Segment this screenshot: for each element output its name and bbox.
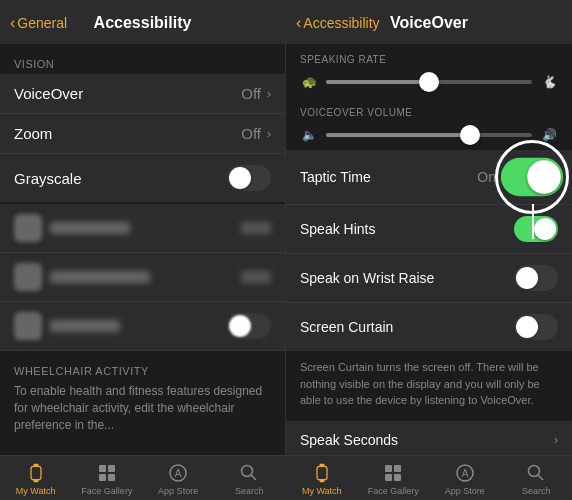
voiceover-right: Off ›	[241, 85, 271, 102]
svg-rect-12	[319, 464, 324, 467]
svg-rect-16	[385, 474, 392, 481]
speak-hints-toggle[interactable]	[514, 216, 558, 242]
left-tab-appstore[interactable]: A App Store	[143, 462, 214, 496]
screen-curtain-desc: Screen Curtain turns the screen off. The…	[286, 351, 572, 417]
svg-line-10	[251, 475, 256, 480]
speak-wrist-toggle[interactable]	[514, 265, 558, 291]
blur-toggle-thumb-1	[229, 315, 251, 337]
blur-toggle-1	[227, 313, 271, 339]
right-nav-bar: ‹ Accessibility VoiceOver	[286, 0, 572, 44]
blur-icon-1	[14, 214, 42, 242]
grayscale-toggle[interactable]	[227, 165, 271, 191]
speak-seconds-group: Speak Seconds ›	[286, 421, 572, 456]
blurred-row-2	[0, 253, 285, 302]
svg-rect-5	[99, 474, 106, 481]
right-tab-facegallery[interactable]: Face Gallery	[358, 462, 430, 496]
voiceover-volume-thumb[interactable]	[460, 125, 480, 145]
vol-high-icon	[540, 127, 558, 142]
vol-low-icon	[300, 127, 318, 142]
blur-icon-3	[14, 312, 42, 340]
right-nav-title: VoiceOver	[390, 14, 468, 32]
screen-curtain-label: Screen Curtain	[300, 319, 393, 335]
blur-text-1	[50, 222, 130, 234]
speak-wrist-label: Speak on Wrist Raise	[300, 270, 434, 286]
svg-rect-4	[108, 465, 115, 472]
zoom-chevron: ›	[267, 127, 271, 141]
svg-rect-1	[33, 464, 38, 467]
speaking-rate-slider-row	[286, 68, 572, 97]
wheelchair-header: WHEELCHAIR ACTIVITY	[14, 365, 271, 377]
right-list-group: Taptic Time On Speak Hints	[286, 150, 572, 351]
taptic-time-toggle-thumb	[527, 160, 561, 194]
right-tab-search[interactable]: Search	[501, 462, 573, 496]
svg-line-21	[538, 475, 543, 480]
right-tab-mywatch[interactable]: My Watch	[286, 462, 358, 496]
wheelchair-desc: To enable health and fitness features de…	[14, 383, 271, 433]
speaking-rate-header: SPEAKING RATE	[286, 44, 572, 68]
blur-value-1	[241, 222, 271, 234]
left-tab-search-label: Search	[235, 486, 264, 496]
screen-curtain-toggle[interactable]	[514, 314, 558, 340]
left-tab-mywatch-label: My Watch	[16, 486, 56, 496]
speak-hints-label: Speak Hints	[300, 221, 375, 237]
right-back-button[interactable]: ‹ Accessibility	[296, 14, 380, 32]
left-back-button[interactable]: ‹ General	[10, 14, 67, 32]
svg-rect-17	[394, 474, 401, 481]
svg-rect-0	[31, 466, 41, 479]
svg-rect-11	[317, 466, 327, 479]
wheelchair-section: WHEELCHAIR ACTIVITY To enable health and…	[0, 351, 285, 439]
right-scroll: SPEAKING RATE VOICEOVER VOLUME Taptic Ti…	[286, 44, 572, 455]
grayscale-toggle-thumb	[229, 167, 251, 189]
blurred-group-1	[0, 204, 285, 351]
speak-seconds-item[interactable]: Speak Seconds ›	[286, 421, 572, 456]
left-tab-facegallery[interactable]: Face Gallery	[71, 462, 142, 496]
zoom-right: Off ›	[241, 125, 271, 142]
speak-hints-item[interactable]: Speak Hints	[286, 205, 572, 254]
left-watch-icon	[25, 462, 47, 484]
voiceover-volume-header: VOICEOVER VOLUME	[286, 97, 572, 121]
grayscale-label: Grayscale	[14, 170, 82, 187]
right-watch-icon	[311, 462, 333, 484]
zoom-value: Off	[241, 125, 261, 142]
zoom-item[interactable]: Zoom Off ›	[0, 114, 285, 154]
taptic-time-item[interactable]: Taptic Time On	[286, 150, 572, 205]
speaking-rate-track[interactable]	[326, 80, 532, 84]
svg-text:A: A	[175, 468, 182, 479]
left-scroll: VISION VoiceOver Off › Zoom Off › Graysc…	[0, 44, 285, 455]
speaking-rate-thumb[interactable]	[419, 72, 439, 92]
left-store-icon: A	[167, 462, 189, 484]
left-tab-bar: My Watch Face Gallery A App Store	[0, 455, 285, 500]
turtle-icon	[300, 74, 318, 89]
right-back-label: Accessibility	[303, 15, 379, 31]
blur-text-2	[50, 271, 150, 283]
svg-rect-2	[33, 480, 38, 483]
taptic-time-label: Taptic Time	[300, 169, 371, 185]
right-tab-mywatch-label: My Watch	[302, 486, 342, 496]
left-tab-search[interactable]: Search	[214, 462, 285, 496]
voiceover-item[interactable]: VoiceOver Off ›	[0, 74, 285, 114]
voiceover-volume-fill	[326, 133, 470, 137]
blur-text-3	[50, 320, 120, 332]
taptic-time-right: On	[477, 161, 558, 193]
svg-rect-15	[394, 465, 401, 472]
speak-hints-thumb	[534, 218, 556, 240]
speak-wrist-thumb	[516, 267, 538, 289]
toggle-line-indicator	[532, 204, 534, 239]
svg-rect-3	[99, 465, 106, 472]
right-tab-appstore[interactable]: A App Store	[429, 462, 501, 496]
taptic-time-toggle[interactable]	[501, 158, 563, 196]
zoom-label: Zoom	[14, 125, 52, 142]
blur-icon-2	[14, 263, 42, 291]
voiceover-chevron: ›	[267, 87, 271, 101]
left-tab-mywatch[interactable]: My Watch	[0, 462, 71, 496]
grayscale-item[interactable]: Grayscale	[0, 154, 285, 202]
rabbit-icon	[540, 74, 558, 89]
svg-rect-14	[385, 465, 392, 472]
voiceover-volume-slider-row	[286, 121, 572, 150]
left-panel: ‹ General Accessibility VISION VoiceOver…	[0, 0, 286, 500]
left-search-icon	[238, 462, 260, 484]
voiceover-volume-track[interactable]	[326, 133, 532, 137]
screen-curtain-item[interactable]: Screen Curtain	[286, 303, 572, 351]
speak-wrist-item[interactable]: Speak on Wrist Raise	[286, 254, 572, 303]
right-grid-icon	[382, 462, 404, 484]
